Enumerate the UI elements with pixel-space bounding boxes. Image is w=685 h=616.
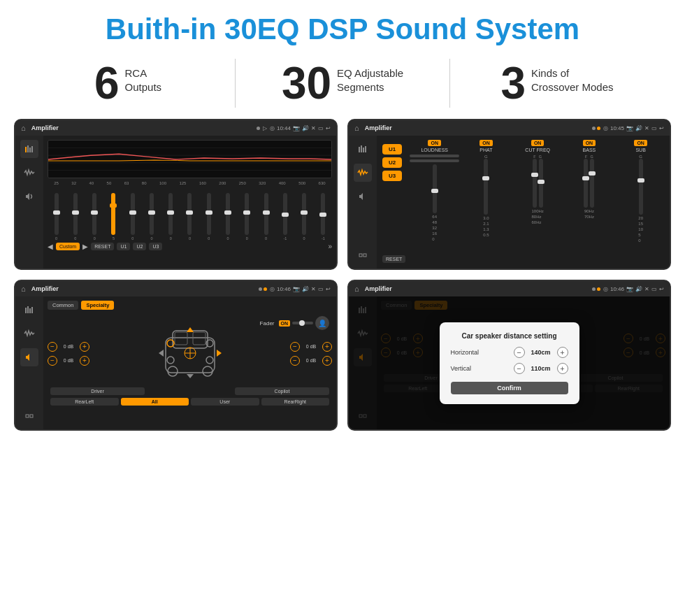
btn-user[interactable]: User — [191, 398, 259, 406]
vol-fr-plus[interactable]: + — [322, 342, 332, 352]
window-icon: ▭ — [318, 125, 324, 131]
horizontal-value: 140cm — [528, 349, 554, 356]
horizontal-plus[interactable]: + — [557, 347, 568, 358]
speaker-icon[interactable] — [20, 187, 38, 206]
eq-slider-3[interactable]: 5 — [105, 193, 122, 241]
bass-track-f[interactable] — [584, 159, 588, 208]
horizontal-minus[interactable]: − — [514, 347, 525, 358]
eq-slider-12[interactable]: -1 — [276, 193, 294, 241]
bass-toggle[interactable]: ON — [583, 140, 596, 146]
vol-rl-plus[interactable]: + — [80, 356, 89, 366]
ch-loudness: ON LOUDNESS 644832160 — [410, 140, 459, 264]
eq-slider-7[interactable]: 0 — [181, 193, 199, 241]
screen-crossover: ⌂ Amplifier ◎ 10:45 📷 🔊 ✕ ▭ ↩ — [347, 119, 671, 270]
confirm-button[interactable]: Confirm — [451, 382, 568, 394]
cutfreq-track-g[interactable] — [539, 159, 543, 208]
screen4-loc: ◎ — [603, 286, 608, 292]
car-svg-container — [92, 324, 287, 383]
eq-slider-10[interactable]: 0 — [238, 193, 256, 241]
tab-common[interactable]: Common — [48, 301, 78, 310]
btn-driver[interactable]: Driver — [50, 387, 145, 395]
eq-reset-btn[interactable]: RESET — [91, 243, 114, 250]
eq-u3-btn[interactable]: U3 — [149, 243, 162, 250]
screen3-speaker-icon[interactable] — [20, 348, 38, 366]
screen4-home[interactable]: ⌂ — [354, 285, 359, 293]
screen3-main: Common Specialty Fader ON 👤 — [43, 296, 336, 429]
phat-label: PHAT — [480, 148, 492, 152]
screen3-tabs: Common Specialty — [48, 301, 332, 310]
svg-marker-40 — [217, 350, 222, 357]
btn-rearright[interactable]: RearRight — [261, 398, 330, 406]
eq-slider-0[interactable]: 0 — [48, 193, 65, 241]
eq-slider-11[interactable]: 0 — [257, 193, 275, 241]
vol-fl-plus[interactable]: + — [80, 342, 89, 352]
eq-slider-13[interactable]: 0 — [295, 193, 312, 241]
vol-rr-minus[interactable]: − — [290, 356, 300, 366]
fader-slider[interactable] — [292, 322, 313, 324]
preset-u2[interactable]: U2 — [382, 157, 402, 168]
cutfreq-toggle[interactable]: ON — [531, 140, 545, 146]
eq-u1-btn[interactable]: U1 — [117, 243, 130, 250]
loudness-track[interactable] — [433, 164, 437, 213]
eq-sliders: 0 0 0 5 — [48, 188, 332, 241]
vol-rl: − 0 dB + — [48, 356, 89, 366]
eq-slider-14[interactable]: -1 — [315, 193, 332, 241]
crossover-reset[interactable]: RESET — [382, 255, 405, 263]
eq-prev-icon[interactable]: ◀ — [48, 243, 53, 250]
eq-slider-1[interactable]: 0 — [66, 193, 84, 241]
svg-rect-17 — [25, 308, 27, 313]
eq-slider-5[interactable]: 0 — [143, 193, 160, 241]
screen3-loc: ◎ — [270, 286, 275, 292]
eq-slider-8[interactable]: 0 — [200, 193, 217, 241]
btn-all[interactable]: All — [121, 398, 189, 406]
loudness-toggle[interactable]: ON — [428, 140, 441, 146]
screen4-back: ↩ — [659, 286, 664, 292]
vertical-plus[interactable]: + — [557, 363, 568, 374]
vertical-minus[interactable]: − — [514, 363, 525, 374]
vol-fl-minus[interactable]: − — [48, 342, 57, 352]
screen3-expand-icon[interactable] — [20, 407, 38, 425]
screen2-wave-icon[interactable] — [354, 164, 372, 182]
eq-custom-btn[interactable]: Custom — [56, 243, 80, 250]
screen2-expand-icon[interactable] — [354, 246, 372, 264]
bass-track-g[interactable] — [590, 159, 594, 208]
screen2-eq-icon[interactable] — [354, 140, 372, 158]
screen3-wave-icon[interactable] — [20, 324, 38, 343]
home-icon[interactable]: ⌂ — [21, 124, 26, 132]
eq-u2-btn[interactable]: U2 — [133, 243, 146, 250]
screen2-speaker-icon[interactable] — [354, 187, 372, 206]
eq-slider-9[interactable]: 0 — [219, 193, 236, 241]
svg-marker-21 — [26, 354, 29, 361]
tab-specialty[interactable]: Specialty — [81, 301, 114, 310]
screen3-win: ▭ — [318, 286, 324, 292]
eq-slider-2[interactable]: 0 — [86, 193, 103, 241]
screen3-eq-icon[interactable] — [20, 301, 38, 319]
eq-slider-4[interactable]: 0 — [124, 193, 141, 241]
screen2-home-icon[interactable]: ⌂ — [354, 124, 359, 132]
vol-fr-minus[interactable]: − — [290, 342, 300, 352]
btn-rearleft[interactable]: RearLeft — [50, 398, 119, 406]
wave-icon[interactable] — [20, 164, 38, 182]
vol-rl-minus[interactable]: − — [48, 356, 57, 366]
preset-u1[interactable]: U1 — [382, 144, 402, 155]
vol-rr-plus[interactable]: + — [322, 356, 332, 366]
cutfreq-track-f[interactable] — [533, 159, 537, 208]
phat-track[interactable] — [484, 159, 488, 215]
expand-icon[interactable]: » — [328, 243, 332, 250]
sub-toggle[interactable]: ON — [634, 140, 647, 146]
eq-icon[interactable] — [20, 140, 38, 158]
preset-u3[interactable]: U3 — [382, 171, 402, 181]
sub-track[interactable] — [639, 159, 643, 215]
stat-divider-2 — [449, 59, 450, 108]
screen3-home[interactable]: ⌂ — [21, 285, 26, 293]
fader-on-badge[interactable]: ON — [279, 320, 291, 327]
eq-slider-6[interactable]: 0 — [162, 193, 180, 241]
close-icon: ✕ — [311, 125, 316, 131]
screen3-cam: 📷 — [293, 286, 300, 292]
phat-toggle[interactable]: ON — [480, 140, 493, 146]
vol-rr-val: 0 dB — [301, 358, 321, 363]
btn-copilot[interactable]: Copilot — [235, 387, 329, 395]
screen2-win: ▭ — [651, 125, 657, 131]
eq-next-icon[interactable]: ▶ — [82, 243, 88, 250]
screen2-back: ↩ — [659, 125, 664, 131]
